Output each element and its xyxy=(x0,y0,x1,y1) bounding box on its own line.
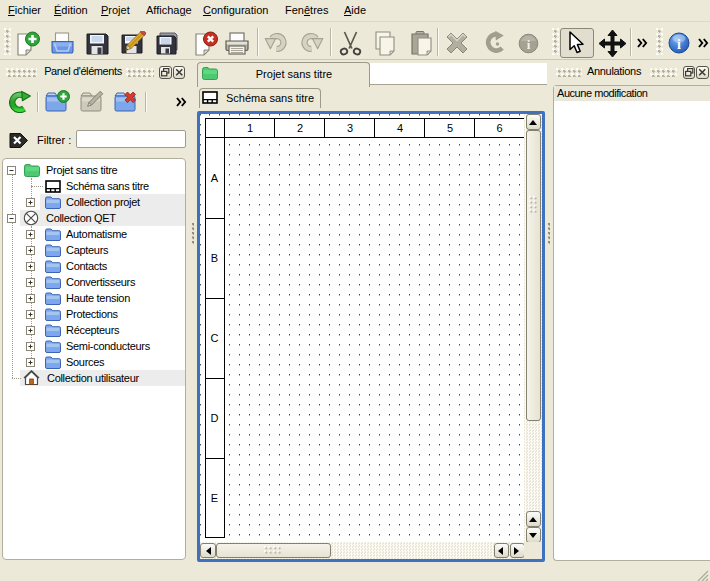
svg-text:i: i xyxy=(677,37,681,52)
svg-text:i: i xyxy=(527,37,531,52)
